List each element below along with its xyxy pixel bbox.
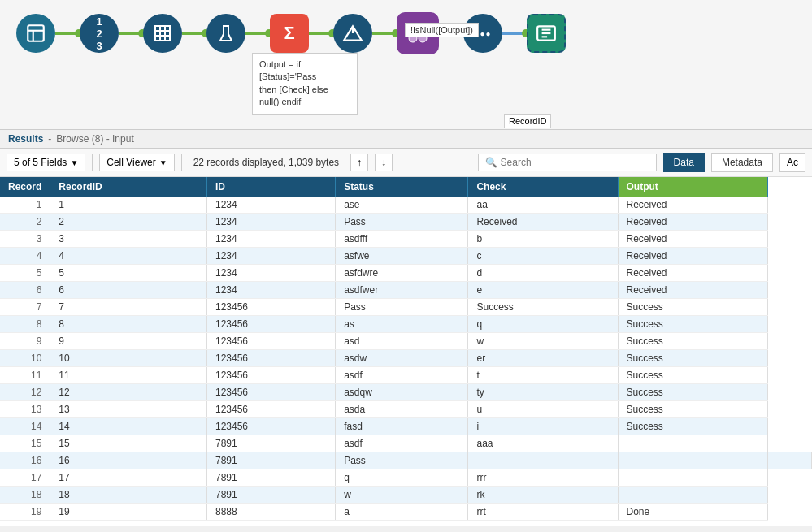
table-cell: 7 <box>0 299 50 316</box>
table-cell: 11 <box>50 367 207 384</box>
table-cell: 9 <box>0 333 50 350</box>
table-row: 88123456asqSuccess <box>0 316 812 333</box>
connector-2 <box>119 32 143 35</box>
table-cell: q <box>336 469 468 487</box>
table-cell: 5 <box>0 265 50 282</box>
table-cell: 15 <box>50 435 207 452</box>
table-cell: 1234 <box>206 282 335 299</box>
table-cell: e <box>468 282 618 299</box>
node-triangle[interactable] <box>333 14 372 53</box>
table-cell: 1 <box>0 197 50 214</box>
table-cell: 18 <box>0 487 50 504</box>
col-header-status: Status <box>336 177 468 197</box>
table-cell: asd <box>336 333 468 350</box>
table-cell: 123456 <box>206 418 335 435</box>
table-cell: 123456 <box>206 299 335 316</box>
node-lab[interactable] <box>206 14 245 53</box>
table-container: Record RecordID ID Status Check Output 1… <box>0 177 812 526</box>
scroll-up-button[interactable]: ↑ <box>350 154 368 171</box>
table-row: 441234asfwecReceived <box>0 248 812 265</box>
table-cell: rk <box>468 487 618 504</box>
table-cell: asdw <box>336 350 468 367</box>
table-cell: Received <box>618 282 767 299</box>
table-cell: aa <box>468 197 618 214</box>
table-cell: 8 <box>0 316 50 333</box>
table-cell: t <box>468 367 618 384</box>
table-cell: 4 <box>0 248 50 265</box>
viewer-label: Cell Viewer <box>106 157 155 168</box>
table-cell: Success <box>618 350 767 367</box>
node-browse[interactable] <box>527 14 566 53</box>
table-cell <box>767 452 811 469</box>
table-cell: Received <box>618 197 767 214</box>
table-cell: 13 <box>50 401 207 418</box>
table-cell: 1234 <box>206 265 335 282</box>
table-cell: 15 <box>0 435 50 452</box>
node-number[interactable]: 123 <box>80 14 119 53</box>
table-cell: 9 <box>50 333 207 350</box>
table-cell: Pass <box>336 452 468 469</box>
table-cell: asdfwer <box>336 282 468 299</box>
table-cell: 14 <box>50 418 207 435</box>
table-cell: 4 <box>50 248 207 265</box>
table-cell: 10 <box>0 350 50 367</box>
table-cell: fasd <box>336 418 468 435</box>
table-cell: 8 <box>50 316 207 333</box>
table-cell: Received <box>618 214 767 231</box>
table-row: 1313123456asdauSuccess <box>0 401 812 418</box>
table-row: 16167891Pass <box>0 452 812 469</box>
table-row: 1212123456asdqwtySuccess <box>0 384 812 401</box>
record-info: 22 records displayed, 1,039 bytes <box>189 157 344 168</box>
table-cell: asda <box>336 401 468 418</box>
table-cell: u <box>468 401 618 418</box>
table-row: 19198888arrtDone <box>0 504 812 521</box>
table-cell: 19 <box>50 504 207 521</box>
table-cell: Received <box>618 265 767 282</box>
table-cell: 16 <box>50 452 207 469</box>
scroll-down-button[interactable]: ↓ <box>375 154 393 171</box>
tab-metadata-button[interactable]: Metadata <box>711 153 773 172</box>
table-cell: Success <box>618 418 767 435</box>
node-sum[interactable]: Σ <box>270 14 309 53</box>
table-cell: aaa <box>468 435 618 452</box>
toolbar-separator-1 <box>92 154 93 171</box>
table-cell: 17 <box>50 469 207 487</box>
canvas-area: 123 Σ <box>0 0 812 130</box>
tab-extra-button[interactable]: Ac <box>779 153 805 172</box>
search-box[interactable]: 🔍 <box>478 154 657 171</box>
table-cell: asdqw <box>336 384 468 401</box>
record-id-label: RecordID <box>504 114 551 128</box>
col-header-recordid: RecordID <box>50 177 207 197</box>
table-cell: rrt <box>468 504 618 521</box>
search-input[interactable] <box>501 157 649 168</box>
workflow: 123 Σ <box>16 12 566 54</box>
table-cell: 12 <box>50 384 207 401</box>
table-row: 331234asdfffbReceived <box>0 231 812 248</box>
fields-dropdown[interactable]: 5 of 5 Fields ▼ <box>7 154 85 171</box>
table-cell: Pass <box>336 299 468 316</box>
node-book[interactable] <box>16 14 55 53</box>
table-row: 551234asfdwredReceived <box>0 265 812 282</box>
toolbar-separator-2 <box>181 154 182 171</box>
table-cell: 8888 <box>206 504 335 521</box>
table-cell: Success <box>618 316 767 333</box>
table-cell: 3 <box>50 231 207 248</box>
table-cell: Received <box>618 248 767 265</box>
viewer-dropdown[interactable]: Cell Viewer ▼ <box>99 154 174 171</box>
node-table[interactable] <box>143 14 182 53</box>
table-cell: 1 <box>50 197 207 214</box>
table-cell: 7891 <box>206 469 335 487</box>
table-row: 111234aseaaReceived <box>0 197 812 214</box>
tab-data-button[interactable]: Data <box>663 153 705 172</box>
connector-8 <box>502 32 527 35</box>
table-cell <box>618 487 767 504</box>
table-cell: c <box>468 248 618 265</box>
dropdown-arrow: ▼ <box>70 158 78 167</box>
search-icon: 🔍 <box>485 157 497 168</box>
browse-label: Browse (8) - Input <box>56 133 133 145</box>
table-cell: 1234 <box>206 214 335 231</box>
table-cell: i <box>468 418 618 435</box>
table-cell: 2 <box>50 214 207 231</box>
table-cell <box>468 452 618 469</box>
table-cell: 1234 <box>206 231 335 248</box>
